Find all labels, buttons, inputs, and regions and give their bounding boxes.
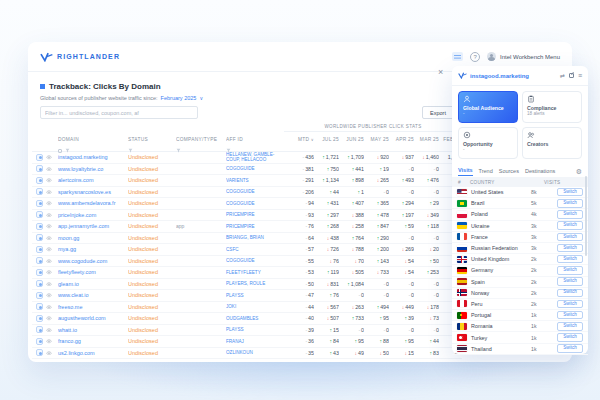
switch-button[interactable]: Switch	[557, 221, 583, 230]
help-icon[interactable]: ?	[470, 52, 480, 62]
aff-id-link[interactable]: COGOGUIDE	[226, 201, 284, 206]
panel-scrollbar[interactable]	[585, 176, 587, 256]
preview-eye-icon[interactable]	[46, 201, 52, 206]
aff-id-link[interactable]: COGOGUIDE	[226, 166, 284, 171]
switch-button[interactable]: Switch	[557, 244, 583, 253]
preview-eye-icon[interactable]	[46, 328, 52, 333]
domain-link[interactable]: franco.gg	[58, 338, 128, 344]
export-button[interactable]: Export	[422, 106, 454, 119]
apps-icon[interactable]	[452, 52, 463, 61]
preview-eye-icon[interactable]	[46, 167, 52, 172]
switch-button[interactable]: Switch	[557, 266, 583, 275]
domain-link[interactable]: instagood.marketing	[58, 154, 128, 160]
aff-id-link[interactable]: BRIANGG, BRIAN	[226, 235, 284, 240]
domain-link[interactable]: www.cogodude.com	[58, 258, 128, 264]
panel-card-compliance[interactable]: Compliance18 alerts	[522, 91, 582, 123]
switch-button[interactable]: Switch	[557, 289, 583, 298]
brand-logo[interactable]: RIGHTLANDER	[40, 52, 120, 62]
preview-eye-icon[interactable]	[46, 236, 52, 241]
tab-sources[interactable]: Sources	[499, 168, 519, 176]
domain-link[interactable]: www.cleat.io	[58, 292, 128, 298]
panel-card-global-audience[interactable]: Global Audience-	[458, 91, 518, 123]
aff-id-link[interactable]: COGOGUIDE	[226, 258, 284, 263]
aff-id-link[interactable]: OUDGAMBLES	[226, 316, 284, 321]
domain-link[interactable]: app.jennamyrtle.com	[58, 223, 128, 229]
preview-eye-icon[interactable]	[46, 305, 52, 310]
preview-eye-icon[interactable]	[46, 293, 52, 298]
aff-id-link[interactable]: HELLANEW, GAMBLE-COUP, HELLACOO	[226, 152, 284, 163]
panel-card-opportunity[interactable]: Opportunity-	[458, 127, 518, 159]
aff-id-link[interactable]: VARIENTS	[226, 178, 284, 183]
domain-link[interactable]: www.ambersdelavora.fr	[58, 200, 128, 206]
preview-eye-icon[interactable]	[46, 178, 52, 183]
aff-id-link[interactable]: JOKI	[226, 304, 284, 309]
aff-id-link[interactable]: PLAYSS	[226, 327, 284, 332]
aff-id-link[interactable]: PRICEMPIRE	[226, 224, 284, 229]
menu-icon[interactable]: ≡	[578, 72, 582, 79]
switch-button[interactable]: Switch	[557, 199, 583, 208]
table-row: www.cleat.ioUndisclosedPLAYSS-47↑76-0-0-…	[32, 290, 462, 302]
aff-id-link[interactable]: COGOGUIDE	[226, 189, 284, 194]
domain-link[interactable]: pricelnjoke.com	[58, 212, 128, 218]
domain-link[interactable]: fleetyfleety.com	[58, 269, 128, 275]
domain-link[interactable]: sparkysnarcoslove.es	[58, 189, 128, 195]
domain-link[interactable]: freeso.me	[58, 304, 128, 310]
preview-eye-icon[interactable]	[46, 259, 52, 264]
aff-id-link[interactable]: PLAYERS, ROULE	[226, 281, 284, 286]
column-header-mtd[interactable]: MTD ∨	[284, 137, 314, 142]
preview-eye-icon[interactable]	[46, 190, 52, 195]
preview-eye-icon[interactable]	[46, 270, 52, 275]
chevron-down-icon[interactable]: ∨	[199, 95, 203, 101]
open-external-icon[interactable]	[569, 73, 574, 78]
switch-button[interactable]: Switch	[557, 344, 583, 353]
domain-link[interactable]: mya.gg	[58, 246, 128, 252]
swap-icon[interactable]: ⇄	[560, 72, 565, 79]
site-favicon-icon	[36, 269, 43, 276]
switch-button[interactable]: Switch	[557, 210, 583, 219]
switch-button[interactable]: Switch	[557, 300, 583, 309]
switch-button[interactable]: Switch	[557, 311, 583, 320]
aff-id-link[interactable]: PLAYSS	[226, 293, 284, 298]
switch-button[interactable]: Switch	[557, 322, 583, 331]
preview-eye-icon[interactable]	[46, 224, 52, 229]
country-visits: 8k	[531, 189, 557, 195]
switch-button[interactable]: Switch	[557, 333, 583, 342]
company-filter-icon[interactable]	[176, 139, 181, 157]
tab-trend[interactable]: Trend	[479, 168, 493, 176]
close-icon[interactable]: ×	[438, 68, 443, 77]
domain-link[interactable]: us2.linkgo.com	[58, 350, 128, 356]
gear-icon[interactable]: ⚙	[576, 168, 582, 175]
switch-button[interactable]: Switch	[557, 255, 583, 264]
select-all-checkbox[interactable]	[58, 149, 62, 153]
since-dropdown[interactable]: February 2025	[161, 95, 197, 101]
panel-card-creators[interactable]: Creators	[522, 127, 582, 159]
domain-link[interactable]: gleam.io	[58, 281, 128, 287]
preview-eye-icon[interactable]	[46, 339, 52, 344]
aff-id-link[interactable]: FLEETYFLEETY	[226, 270, 284, 275]
domain-link[interactable]: augustheworld.com	[58, 315, 128, 321]
up-arrow-icon: ↑	[327, 212, 330, 218]
domain-link[interactable]: moon.gg	[58, 235, 128, 241]
preview-eye-icon[interactable]	[46, 155, 52, 160]
panel-site-link[interactable]: instagood.marketing	[470, 73, 529, 79]
switch-button[interactable]: Switch	[557, 277, 583, 286]
user-menu[interactable]: Intel Workbench Menu	[487, 52, 560, 61]
mtd-value: -76	[284, 223, 314, 229]
preview-eye-icon[interactable]	[46, 282, 52, 287]
preview-eye-icon[interactable]	[46, 247, 52, 252]
domain-link[interactable]: alertcoins.com	[58, 177, 128, 183]
aff-id-link[interactable]: PRICEMPIRE	[226, 212, 284, 217]
aff-id-link[interactable]: CSFC	[226, 247, 284, 252]
tab-destinations[interactable]: Destinations	[525, 168, 555, 176]
preview-eye-icon[interactable]	[46, 316, 52, 321]
filter-input[interactable]	[40, 106, 198, 119]
aff-id-link[interactable]: FRANAJ	[226, 339, 284, 344]
domain-link[interactable]: www.loyaltybrie.co	[58, 166, 128, 172]
preview-eye-icon[interactable]	[46, 351, 52, 356]
preview-eye-icon[interactable]	[46, 213, 52, 218]
aff-id-link[interactable]: OZLINKOUN	[226, 350, 284, 355]
switch-button[interactable]: Switch	[557, 233, 583, 242]
switch-button[interactable]: Switch	[557, 188, 583, 197]
domain-link[interactable]: whatt.io	[58, 327, 128, 333]
tab-visits[interactable]: Visits	[458, 167, 473, 176]
